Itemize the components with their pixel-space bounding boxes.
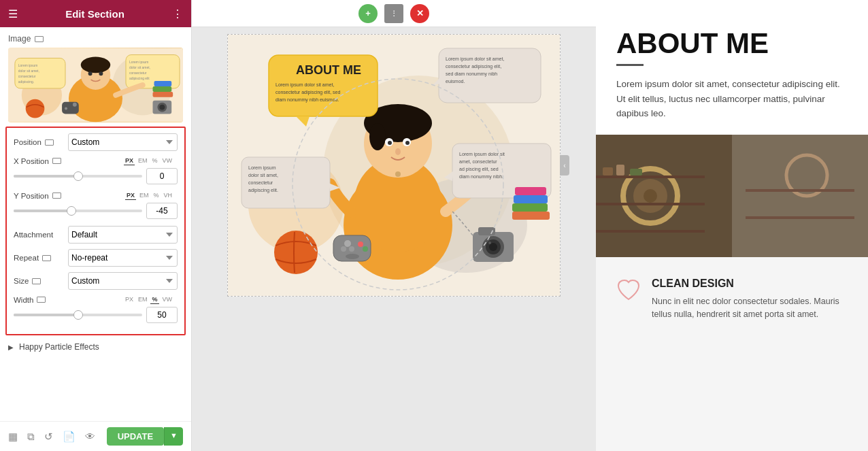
svg-point-91	[644, 189, 657, 203]
repeat-select[interactable]: No-repeat Repeat Repeat-X Repeat-Y	[68, 249, 178, 267]
width-monitor-icon	[37, 297, 46, 303]
svg-point-41	[395, 148, 401, 155]
image-thumbnail[interactable]: Lorem ipsum dolor sit amet, consectetur …	[8, 48, 183, 122]
hamburger-icon[interactable]: ☰	[8, 7, 18, 20]
components-icon[interactable]: ⧉	[27, 431, 35, 443]
y-unit-vh[interactable]: VH	[162, 191, 173, 200]
image-text: Image	[8, 34, 31, 44]
svg-point-20	[73, 103, 77, 107]
update-button-group: UPDATE ▼	[107, 427, 183, 446]
illustration-section: ABOUT ME Lorem ipsum dolor sit amet, con…	[228, 35, 560, 296]
update-arrow-button[interactable]: ▼	[164, 427, 183, 446]
svg-rect-95	[603, 167, 613, 176]
svg-point-42	[395, 171, 401, 177]
svg-text:ABOUT ME: ABOUT ME	[296, 63, 361, 77]
svg-text:amet, consectetur: amet, consectetur	[459, 159, 497, 164]
svg-text:consectetur adipiscing elit,: consectetur adipiscing elit,	[446, 64, 501, 69]
x-unit-pct[interactable]: %	[150, 156, 158, 165]
svg-point-68	[274, 231, 318, 274]
eye-icon[interactable]: 👁	[85, 431, 95, 442]
image-section: Image Lo	[0, 27, 191, 127]
about-me-right: ABOUT ME Lorem ipsum dolor sit amet, con…	[596, 0, 868, 135]
svg-text:Lorem ipsum: Lorem ipsum	[18, 64, 38, 67]
svg-rect-92	[596, 176, 705, 178]
svg-rect-85	[515, 187, 546, 195]
width-unit-vw[interactable]: VW	[161, 295, 174, 304]
layers-icon[interactable]: ▦	[8, 431, 18, 443]
svg-point-5	[81, 56, 110, 73]
main-content: + ⋮ ✕	[192, 0, 596, 451]
x-value-input[interactable]	[146, 168, 178, 184]
close-canvas-button[interactable]: ✕	[410, 4, 429, 23]
width-unit-em[interactable]: EM	[137, 295, 149, 304]
svg-point-27	[159, 105, 165, 110]
clean-design-title: CLEAN DESIGN	[652, 278, 848, 290]
clean-design-content: CLEAN DESIGN Nunc in elit nec dolor cons…	[652, 278, 848, 321]
grid-icon[interactable]: ⋮	[172, 7, 183, 20]
width-label: Width	[14, 296, 68, 304]
svg-rect-24	[154, 81, 171, 86]
svg-text:Lorem ipsum dolor sit amet,: Lorem ipsum dolor sit amet,	[446, 56, 504, 62]
y-slider-thumb[interactable]	[67, 206, 76, 216]
svg-point-72	[349, 246, 354, 252]
width-unit-pct[interactable]: %	[150, 295, 158, 304]
svg-point-36	[369, 123, 386, 150]
happy-particle-section[interactable]: ▶ Happy Particle Effects	[0, 335, 191, 358]
workshop-image	[596, 135, 868, 257]
width-header: Width PX EM % VW	[14, 295, 178, 304]
attachment-label: Attachment	[14, 231, 68, 239]
svg-point-71	[341, 246, 346, 252]
width-value-input[interactable]	[146, 307, 178, 323]
happy-label: Happy Particle Effects	[19, 342, 99, 352]
y-unit-pct[interactable]: %	[152, 191, 160, 200]
y-slider-track[interactable]	[14, 210, 142, 212]
position-label: Position	[14, 138, 68, 146]
attachment-select[interactable]: Default Fixed Scroll	[68, 226, 178, 244]
svg-text:ad piscing elit, sed: ad piscing elit, sed	[459, 167, 499, 172]
attachment-row: Attachment Default Fixed Scroll	[14, 226, 178, 244]
grid-view-button[interactable]: ⋮	[384, 4, 403, 23]
svg-point-21	[65, 107, 67, 110]
x-unit-tabs: PX EM % VW	[124, 156, 173, 165]
undo-icon[interactable]: ↺	[44, 431, 53, 443]
y-unit-em[interactable]: EM	[138, 191, 150, 200]
width-slider-row	[14, 307, 178, 323]
svg-text:consectetur: consectetur	[18, 75, 36, 78]
size-select[interactable]: Custom Cover Contain Auto	[68, 272, 178, 290]
svg-rect-101	[746, 189, 854, 192]
svg-rect-84	[514, 195, 548, 203]
x-slider-thumb[interactable]	[73, 171, 83, 181]
x-position-label: X Position	[14, 157, 68, 165]
svg-point-81	[488, 241, 491, 244]
svg-rect-102	[746, 216, 854, 219]
svg-text:adipiscing.: adipiscing.	[18, 80, 34, 84]
width-slider-track[interactable]	[14, 314, 142, 316]
width-slider-fill	[14, 314, 78, 316]
right-panel: ABOUT ME Lorem ipsum dolor sit amet, con…	[596, 0, 868, 451]
y-value-input[interactable]	[146, 203, 178, 219]
x-slider-fill	[14, 175, 78, 178]
bottom-toolbar: ▦ ⧉ ↺ 📄 👁 UPDATE ▼	[0, 421, 191, 451]
x-unit-px[interactable]: PX	[124, 156, 135, 165]
svg-rect-94	[596, 230, 705, 233]
canvas-panel: ABOUT ME Lorem ipsum dolor sit amet, con…	[227, 34, 561, 297]
x-unit-vw[interactable]: VW	[161, 156, 174, 165]
y-unit-px[interactable]: PX	[125, 191, 136, 200]
canvas-chevron[interactable]: ‹	[560, 155, 569, 176]
position-select[interactable]: Custom Default Center Top Left Top Right	[68, 133, 178, 151]
y-unit-tabs: PX EM % VH	[125, 191, 173, 200]
clean-design-text: Nunc in elit nec dolor consectetur sodal…	[652, 295, 848, 321]
panel-title: Edit Section	[65, 8, 124, 20]
svg-point-7	[99, 71, 103, 76]
clipboard-icon[interactable]: 📄	[63, 431, 76, 443]
update-button[interactable]: UPDATE	[107, 427, 164, 446]
svg-point-39	[388, 141, 392, 145]
position-row: Position Custom Default Center Top Left …	[14, 133, 178, 151]
x-slider-track[interactable]	[14, 175, 142, 178]
width-slider-thumb[interactable]	[73, 310, 83, 320]
size-row: Size Custom Cover Contain Auto	[14, 272, 178, 290]
x-unit-em[interactable]: EM	[137, 156, 149, 165]
svg-text:Lorem ipsum dolor sit: Lorem ipsum dolor sit	[459, 152, 505, 157]
width-unit-px[interactable]: PX	[124, 295, 135, 304]
add-element-button[interactable]: +	[358, 4, 378, 23]
